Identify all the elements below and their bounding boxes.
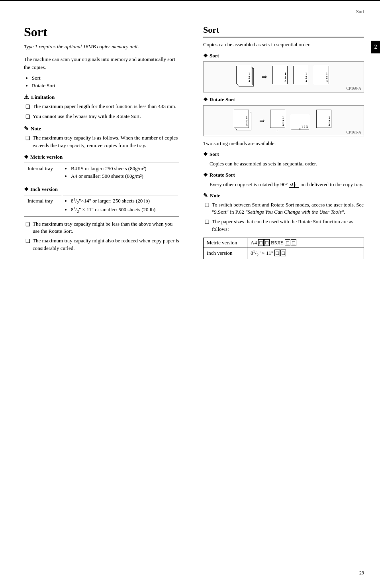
note-item-left-1: ❏ The maximum tray capacity is as follow…: [25, 134, 179, 149]
metric-value: A4 □□ B5JIS □□: [247, 238, 364, 248]
note-icon-left: ✎: [24, 125, 29, 132]
right-section-title: Sort: [203, 25, 364, 37]
right-note-checkbox-2: ❏: [205, 218, 210, 226]
note-checkbox-1: ❏: [25, 135, 30, 142]
note-header-left: ✎ Note: [24, 125, 179, 132]
intro-text: The machine can scan your originals into…: [24, 55, 179, 71]
rotate-diagram-inner: 123 ⇒ 123 ⌗ 1 2 3 ⌗: [208, 110, 360, 132]
feature-list: Sort Rotate Sort: [32, 75, 179, 89]
bottom-table: Metric version A4 □□ B5JIS □□ Inch versi…: [203, 238, 364, 259]
sort-diagram-inner: 123 ⇒ 123 123 123: [208, 66, 360, 88]
inch-col1: Internal tray: [24, 195, 62, 216]
chapter-marker: 2: [371, 41, 380, 53]
output-stack-1: 123: [272, 66, 290, 88]
limitation-header: ⚠ Limitation: [24, 94, 179, 100]
page-container: Sort Type 1 requires the optional 16MB c…: [0, 0, 380, 588]
sort-subsection-header: ❖ Sort: [203, 53, 364, 59]
rotate-output-1: 123 ⌗: [270, 110, 288, 132]
inch-table: Internal tray 81/2"×14" or larger: 250 s…: [24, 195, 179, 216]
rotate-diagram-label: CP161-A: [346, 130, 361, 134]
page-header: Sort: [356, 9, 364, 15]
right-note-item-1: ❏ To switch between Sort and Rotate Sort…: [205, 201, 364, 216]
bullet-rotate-sort: Rotate Sort: [32, 83, 179, 89]
page-header-text: Sort: [356, 9, 364, 14]
rotate-sort-desc-text: Every other copy set is rotated by 90° ↺…: [210, 181, 364, 189]
note-list-left: ❏ The maximum tray capacity is as follow…: [25, 134, 179, 149]
right-note-item-2: ❏ The paper sizes that can be used with …: [205, 218, 364, 232]
metric-col1: Internal tray: [24, 163, 62, 182]
page-title: Sort: [24, 25, 179, 39]
limitation-icon: ⚠: [24, 94, 29, 100]
checkbox-sym-2: ❏: [25, 113, 30, 120]
right-note-checkbox-1: ❏: [205, 202, 210, 209]
right-intro: Copies can be assembled as sets in seque…: [203, 41, 364, 49]
italic-note: Type 1 requires the optional 16MB copier…: [24, 43, 179, 50]
bullet-sort: Sort: [32, 75, 179, 81]
extra-notes: ❏ The maximum tray capacity might be les…: [25, 220, 179, 252]
bottom-table-row-metric: Metric version A4 □□ B5JIS □□: [204, 238, 364, 248]
metric-version-header: ❖ Metric version: [24, 154, 179, 160]
rotate-source-stack: 123: [234, 110, 254, 132]
right-column: Sort 2 Sort Copies can be assembled as s…: [191, 0, 380, 588]
diamond-sym-metric: ❖: [24, 154, 29, 160]
page-number: 29: [359, 570, 364, 576]
inch-row-1: 81/2"×14" or larger: 250 sheets (20 lb): [71, 197, 176, 206]
rotate-output-2: 1 2 3 ⌗: [291, 113, 313, 130]
left-column: Sort Type 1 requires the optional 16MB c…: [0, 0, 191, 588]
note-icon-right: ✎: [203, 192, 208, 199]
rotate-sort-header: ❖ Rotate Sort: [203, 96, 364, 103]
sort-diagram-label: CP160-A: [346, 86, 361, 90]
source-stack: 123: [236, 66, 256, 88]
limitation-section: ⚠ Limitation ❏ The maximum paper length …: [24, 94, 179, 120]
inch-value: 81/2" × 11" □□: [247, 248, 364, 259]
rotate-output-3: 123: [316, 110, 334, 132]
extra-note-2: ❏ The maximum tray capacity might also b…: [25, 237, 179, 252]
checkbox-sym-1: ❏: [25, 103, 30, 110]
inch-table-row: Internal tray 81/2"×14" or larger: 250 s…: [24, 195, 179, 216]
sort-arrow: ⇒: [262, 73, 267, 81]
output-stack-3: 123: [314, 66, 331, 88]
extra-checkbox-1: ❏: [25, 221, 30, 228]
note-header-right: ✎ Note: [203, 192, 364, 199]
diamond-sym-inch: ❖: [24, 186, 29, 193]
limitation-item-1: ❏ The maximum paper length for the sort …: [25, 103, 179, 110]
metric-table-row: Internal tray B4JIS or larger: 250 sheet…: [24, 163, 179, 182]
bottom-table-row-inch: Inch version 81/2" × 11" □□: [204, 248, 364, 259]
limitation-item-2: ❏ You cannot use the bypass tray with th…: [25, 113, 179, 120]
note-section-left: ✎ Note ❏ The maximum tray capacity is as…: [24, 125, 179, 149]
sort-diagram: 123 ⇒ 123 123 123: [203, 61, 364, 92]
inch-col2: 81/2"×14" or larger: 250 sheets (20 lb) …: [62, 195, 179, 216]
metric-col2: B4JIS or larger: 250 sheets (80g/m²) A4 …: [62, 163, 179, 182]
metric-table: Internal tray B4JIS or larger: 250 sheet…: [24, 163, 179, 182]
metric-row-2: A4 or smaller: 500 sheets (80g/m²): [71, 172, 176, 180]
metric-label: Metric version: [204, 238, 247, 248]
limitation-list: ❏ The maximum paper length for the sort …: [25, 103, 179, 120]
note-section-right: ✎ Note ❏ To switch between Sort and Rota…: [203, 192, 364, 233]
sort-desc-header: ❖ Sort: [203, 151, 364, 157]
inch-label: Inch version: [204, 248, 247, 259]
inch-row-2: 81/2" × 11" or smaller: 500 sheets (20 l…: [71, 206, 176, 214]
metric-row-1: B4JIS or larger: 250 sheets (80g/m²): [71, 165, 176, 173]
two-methods-text: Two sorting methods are available:: [203, 140, 364, 147]
output-stack-2: 123: [293, 66, 311, 88]
rotate-sort-diagram: 123 ⇒ 123 ⌗ 1 2 3 ⌗: [203, 105, 364, 136]
sort-desc-text: Copies can be assembled as sets in seque…: [210, 160, 364, 168]
rotate-icon: ↺: [289, 182, 294, 188]
note-list-right: ❏ To switch between Sort and Rotate Sort…: [205, 201, 364, 233]
inch-version-header: ❖ Inch version: [24, 186, 179, 193]
rotate-arrow: ⇒: [259, 117, 264, 124]
extra-note-1: ❏ The maximum tray capacity might be les…: [25, 220, 179, 235]
extra-checkbox-2: ❏: [25, 238, 30, 245]
rotate-sort-desc-header: ❖ Rotate Sort: [203, 172, 364, 178]
